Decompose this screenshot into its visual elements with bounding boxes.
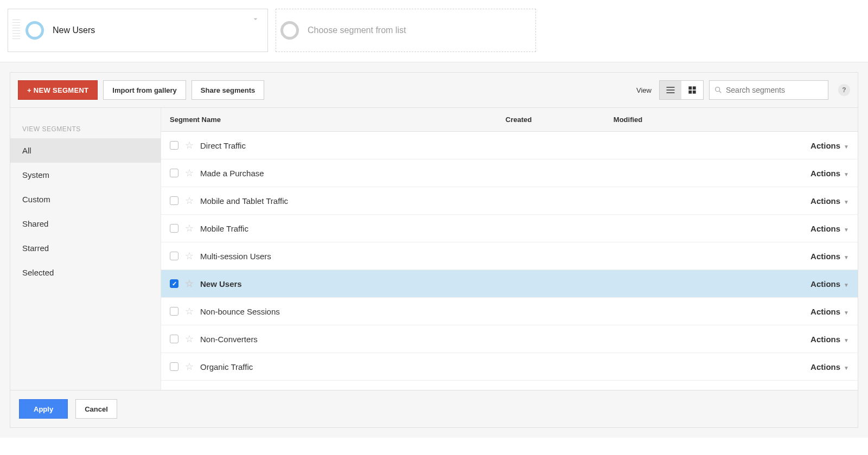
star-icon[interactable]: ☆ xyxy=(185,140,194,150)
sidebar-item-shared[interactable]: Shared xyxy=(10,212,161,236)
sidebar-item-starred[interactable]: Starred xyxy=(10,236,161,260)
table-row[interactable]: ☆Mobile and Tablet TrafficActions▼ xyxy=(161,187,858,215)
segment-name: Multi-session Users xyxy=(200,252,271,261)
row-checkbox[interactable] xyxy=(170,307,178,316)
search-segments[interactable] xyxy=(709,80,828,100)
help-icon[interactable]: ? xyxy=(838,84,850,96)
segment-name: Direct Traffic xyxy=(200,141,246,150)
import-from-gallery-button[interactable]: Import from gallery xyxy=(103,80,186,100)
col-created[interactable]: Created xyxy=(497,108,605,132)
actions-menu[interactable]: Actions▼ xyxy=(719,325,858,353)
sidebar-item-system[interactable]: System xyxy=(10,163,161,187)
selected-segment-chip[interactable]: New Users xyxy=(8,9,268,52)
svg-rect-0 xyxy=(688,86,692,89)
segment-name-cell: ☆Multi-session Users xyxy=(161,242,497,270)
sidebar-item-all[interactable]: All xyxy=(10,138,161,163)
sidebar-item-selected[interactable]: Selected xyxy=(10,260,161,285)
actions-menu[interactable]: Actions▼ xyxy=(719,132,858,159)
modified-cell xyxy=(605,187,719,215)
svg-line-5 xyxy=(719,91,721,93)
star-icon[interactable]: ☆ xyxy=(185,223,194,233)
segment-name-cell: ✓☆New Users xyxy=(161,270,497,298)
drag-handle-icon[interactable] xyxy=(12,20,20,41)
new-segment-button[interactable]: + NEW SEGMENT xyxy=(18,80,98,100)
table-row[interactable]: ☆Made a PurchaseActions▼ xyxy=(161,159,858,187)
segment-name: Made a Purchase xyxy=(200,169,264,178)
cancel-button[interactable]: Cancel xyxy=(75,399,117,419)
segment-name-cell: ☆Mobile and Tablet Traffic xyxy=(161,187,497,215)
created-cell xyxy=(497,187,605,215)
grid-view-button[interactable] xyxy=(681,81,703,99)
share-segments-button[interactable]: Share segments xyxy=(192,80,264,100)
created-cell xyxy=(497,215,605,242)
modified-cell xyxy=(605,215,719,242)
row-checkbox[interactable] xyxy=(170,362,178,371)
star-icon[interactable]: ☆ xyxy=(185,334,194,344)
created-cell xyxy=(497,132,605,159)
row-checkbox[interactable] xyxy=(170,196,178,205)
segment-panel: + NEW SEGMENT Import from gallery Share … xyxy=(10,72,858,428)
table-row[interactable]: ☆Mobile TrafficActions▼ xyxy=(161,215,858,242)
segment-name-cell: ☆Made a Purchase xyxy=(161,159,497,187)
sidebar: VIEW SEGMENTS AllSystemCustomSharedStarr… xyxy=(10,108,161,390)
sidebar-heading: VIEW SEGMENTS xyxy=(10,125,161,138)
star-icon[interactable]: ☆ xyxy=(185,279,194,289)
modified-cell xyxy=(605,132,719,159)
row-checkbox[interactable] xyxy=(170,252,178,260)
segments-table: Segment Name Created Modified ☆Direct Tr… xyxy=(161,108,858,381)
segment-name-cell: ☆Mobile Traffic xyxy=(161,215,497,242)
row-checkbox[interactable] xyxy=(170,141,178,150)
apply-button[interactable]: Apply xyxy=(19,399,68,419)
star-icon[interactable]: ☆ xyxy=(185,196,194,206)
list-icon xyxy=(665,85,676,95)
sidebar-item-custom[interactable]: Custom xyxy=(10,187,161,212)
add-segment-chip[interactable]: Choose segment from list xyxy=(276,9,536,52)
list-view-button[interactable] xyxy=(660,81,681,99)
segment-name-cell: ☆Non-bounce Sessions xyxy=(161,298,497,325)
table-row[interactable]: ☆Non-ConvertersActions▼ xyxy=(161,325,858,353)
search-icon xyxy=(714,86,723,94)
search-input[interactable] xyxy=(726,86,824,94)
star-icon[interactable]: ☆ xyxy=(185,306,194,316)
actions-menu[interactable]: Actions▼ xyxy=(719,215,858,242)
svg-point-4 xyxy=(716,87,720,92)
created-cell xyxy=(497,298,605,325)
col-actions xyxy=(719,108,858,132)
star-icon[interactable]: ☆ xyxy=(185,251,194,261)
table-row[interactable]: ✓☆New UsersActions▼ xyxy=(161,270,858,298)
segment-name: Organic Traffic xyxy=(200,362,253,371)
table-row[interactable]: ☆Multi-session UsersActions▼ xyxy=(161,242,858,270)
table-row[interactable]: ☆Organic TrafficActions▼ xyxy=(161,353,858,381)
view-label: View xyxy=(636,86,652,94)
table-row[interactable]: ☆Direct TrafficActions▼ xyxy=(161,132,858,159)
star-icon[interactable]: ☆ xyxy=(185,168,194,178)
svg-rect-3 xyxy=(693,91,696,94)
row-checkbox[interactable] xyxy=(170,224,178,233)
col-modified[interactable]: Modified xyxy=(605,108,719,132)
row-checkbox[interactable] xyxy=(170,169,178,177)
table-row[interactable]: ☆Non-bounce SessionsActions▼ xyxy=(161,298,858,325)
actions-menu[interactable]: Actions▼ xyxy=(719,270,858,298)
star-icon[interactable]: ☆ xyxy=(185,362,194,371)
col-segment-name[interactable]: Segment Name xyxy=(161,108,497,132)
actions-menu[interactable]: Actions▼ xyxy=(719,353,858,381)
actions-menu[interactable]: Actions▼ xyxy=(719,187,858,215)
panel-body: VIEW SEGMENTS AllSystemCustomSharedStarr… xyxy=(10,108,858,390)
segments-table-wrap[interactable]: Segment Name Created Modified ☆Direct Tr… xyxy=(161,108,858,390)
row-checkbox[interactable]: ✓ xyxy=(170,279,178,288)
chevron-down-icon[interactable] xyxy=(251,15,260,26)
view-toggle xyxy=(659,80,704,100)
svg-rect-1 xyxy=(693,86,696,89)
created-cell xyxy=(497,242,605,270)
modified-cell xyxy=(605,159,719,187)
row-checkbox[interactable] xyxy=(170,335,178,343)
toolbar: + NEW SEGMENT Import from gallery Share … xyxy=(10,73,858,108)
segment-circle-icon xyxy=(280,21,299,40)
actions-menu[interactable]: Actions▼ xyxy=(719,298,858,325)
segment-chips-bar: New Users Choose segment from list xyxy=(0,0,868,62)
actions-menu[interactable]: Actions▼ xyxy=(719,242,858,270)
created-cell xyxy=(497,270,605,298)
segment-circle-icon xyxy=(25,21,44,40)
modified-cell xyxy=(605,325,719,353)
actions-menu[interactable]: Actions▼ xyxy=(719,159,858,187)
